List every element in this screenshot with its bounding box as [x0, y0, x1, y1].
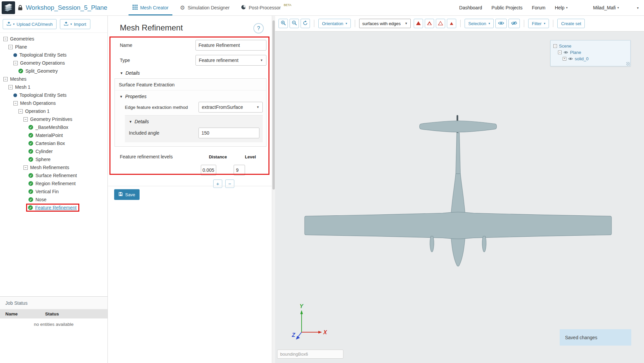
- toolbar-separator: [314, 20, 314, 27]
- refresh-icon: [303, 20, 308, 27]
- collapse-icon[interactable]: −: [8, 85, 13, 89]
- check-icon: ✓: [28, 173, 33, 178]
- triangle-down-icon: ▼: [129, 120, 132, 124]
- nav-public-projects[interactable]: Public Projects: [491, 5, 522, 10]
- collapse-icon[interactable]: −: [23, 165, 28, 170]
- collapse-icon[interactable]: −: [18, 109, 23, 114]
- chevron-down-icon: ▾: [566, 6, 568, 9]
- user-menu[interactable]: Milad_Mafi ▾: [593, 5, 619, 10]
- tree-item-mesh-1[interactable]: − Mesh 1: [0, 83, 107, 91]
- tree-item-geometry-operations[interactable]: − Geometry Operations: [0, 59, 107, 67]
- tree-item-meshes[interactable]: − Meshes: [0, 75, 107, 83]
- account-dropdown-caret[interactable]: ▾: [637, 6, 639, 10]
- collapse-icon[interactable]: −: [3, 37, 8, 41]
- app-logo-icon[interactable]: [2, 1, 15, 14]
- zoom-in-button[interactable]: [278, 19, 288, 28]
- collapse-icon[interactable]: −: [13, 61, 18, 65]
- eye-icon[interactable]: [568, 56, 573, 61]
- tree-item-topological-entity-sets[interactable]: Topological Entity Sets: [0, 51, 107, 59]
- import-button[interactable]: ▾ Import: [60, 19, 90, 29]
- show-selection-button[interactable]: [495, 19, 507, 28]
- save-button[interactable]: Save: [114, 189, 140, 200]
- check-icon: ✓: [28, 205, 33, 210]
- tree-item-operation-1[interactable]: − Operation 1: [0, 107, 107, 115]
- included-angle-input[interactable]: [198, 128, 259, 138]
- details-toggle[interactable]: ▼ Details: [120, 70, 266, 76]
- scrollbar-thumb[interactable]: [272, 20, 275, 190]
- mesh-quality-button-1[interactable]: [414, 19, 423, 28]
- tab-simulation-designer[interactable]: ⚙ Simulation Designer: [174, 0, 235, 15]
- saved-changes-toast: Saved changes: [560, 329, 631, 346]
- scene-tree-solid-0[interactable]: + solid_0: [553, 56, 628, 62]
- collapse-icon[interactable]: −: [558, 51, 562, 54]
- hide-selection-button[interactable]: [508, 19, 520, 28]
- filter-dropdown[interactable]: Filter ▾: [528, 19, 549, 28]
- tree-item-materialpoint[interactable]: ✓ MaterialPoint: [0, 131, 107, 139]
- tree-item-split-geometry[interactable]: ✓ Split_Geometry: [0, 67, 107, 75]
- tree-item-cylinder[interactable]: ✓ Cylinder: [0, 147, 107, 155]
- tree-item-feature-refinement[interactable]: ✓ Feature Refinement: [0, 204, 107, 212]
- section-title: Surface Feature Extraction: [115, 79, 266, 90]
- mesh-quality-button-4[interactable]: [447, 19, 456, 28]
- tree-item-topological-entity-sets-mesh[interactable]: Topological Entity Sets: [0, 91, 107, 99]
- bounding-box-field[interactable]: boundingBox6: [277, 350, 343, 359]
- tree-item-mesh-refinements[interactable]: − Mesh Refinements: [0, 163, 107, 171]
- tree-item-sphere[interactable]: ✓ Sphere: [0, 155, 107, 163]
- properties-toggle[interactable]: ▼ Properties: [119, 94, 266, 99]
- chevron-down-icon: ▾: [70, 22, 72, 26]
- mesh-quality-button-3[interactable]: [436, 19, 445, 28]
- tree-item-nose[interactable]: ✓ Nose: [0, 196, 107, 204]
- tree-item-cartesian-box[interactable]: ✓ Cartesian Box: [0, 139, 107, 147]
- tree-item-mesh-operations[interactable]: − Mesh Operations: [0, 99, 107, 107]
- collapse-icon[interactable]: −: [8, 45, 13, 49]
- orientation-dropdown[interactable]: Orientation ▾: [318, 19, 351, 28]
- upload-cad-button[interactable]: ▾ Upload CAD/mesh: [3, 19, 57, 29]
- type-select[interactable]: Feature refinement ▼: [195, 55, 266, 66]
- eye-icon[interactable]: [564, 50, 568, 55]
- nav-forum[interactable]: Forum: [532, 5, 545, 10]
- viewport-canvas[interactable]: − Scene − Plane +: [275, 31, 644, 363]
- collapse-icon[interactable]: −: [23, 117, 28, 122]
- sidebar-actions: ▾ Upload CAD/mesh ▾ Import: [0, 16, 107, 33]
- tab-mesh-creator[interactable]: Mesh Creator: [127, 0, 174, 15]
- collapse-icon[interactable]: −: [3, 77, 8, 81]
- tab-post-processor[interactable]: Post-Processor BETA: [235, 0, 297, 15]
- scene-tree-root[interactable]: − Scene: [553, 43, 628, 49]
- project-title[interactable]: Workshop_Session_5_Plane: [26, 4, 107, 11]
- inner-details-toggle[interactable]: ▼ Details: [129, 119, 259, 124]
- expand-icon[interactable]: +: [563, 57, 566, 61]
- tree-item-geometries[interactable]: − Geometries: [0, 35, 107, 43]
- import-icon: [64, 21, 68, 27]
- tree-item-label: Mesh Refinements: [30, 165, 69, 170]
- help-button[interactable]: ?: [253, 23, 264, 33]
- tree-item-label: Operation 1: [25, 108, 50, 114]
- chevron-down-icon: ▾: [488, 22, 490, 25]
- zoom-out-button[interactable]: [290, 19, 299, 28]
- resize-grip[interactable]: [626, 62, 630, 66]
- scene-tree-plane[interactable]: − Plane: [553, 49, 628, 56]
- tree-item-region-refinement[interactable]: ✓ Region Refinement: [0, 179, 107, 188]
- job-status-col-name: Name: [0, 311, 45, 316]
- collapse-icon[interactable]: −: [553, 44, 557, 48]
- collapse-icon[interactable]: −: [13, 101, 18, 105]
- nav-help-menu[interactable]: Help ▾: [555, 5, 567, 10]
- tree-item-basemeshbox[interactable]: ✓ _BaseMeshBox: [0, 123, 107, 131]
- tree-item-surface-refinement[interactable]: ✓ Surface Refinement: [0, 171, 107, 179]
- mesh-quality-button-2[interactable]: [425, 19, 434, 28]
- name-input[interactable]: [195, 40, 266, 51]
- tree-item-vertical-fin[interactable]: ✓ Vertical Fin: [0, 188, 107, 196]
- render-mode-select[interactable]: surfaces with edges ▼: [359, 19, 411, 28]
- level-input[interactable]: [234, 165, 245, 175]
- edge-method-select[interactable]: extractFromSurface ▼: [198, 102, 263, 113]
- tree-item-plane[interactable]: − Plane: [0, 43, 107, 51]
- distance-input[interactable]: [201, 165, 216, 175]
- nav-dashboard[interactable]: Dashboard: [459, 5, 482, 10]
- create-set-button[interactable]: Create set: [557, 19, 585, 28]
- type-select-value: Feature refinement: [199, 58, 238, 63]
- axis-y-label: Y: [300, 303, 304, 309]
- reset-view-button[interactable]: [301, 19, 310, 28]
- axis-z-label: Z: [292, 332, 296, 338]
- panel-scrollbar[interactable]: [272, 16, 275, 363]
- tree-item-geometry-primitives[interactable]: − Geometry Primitives: [0, 115, 107, 123]
- selection-dropdown[interactable]: Selection ▾: [465, 19, 494, 28]
